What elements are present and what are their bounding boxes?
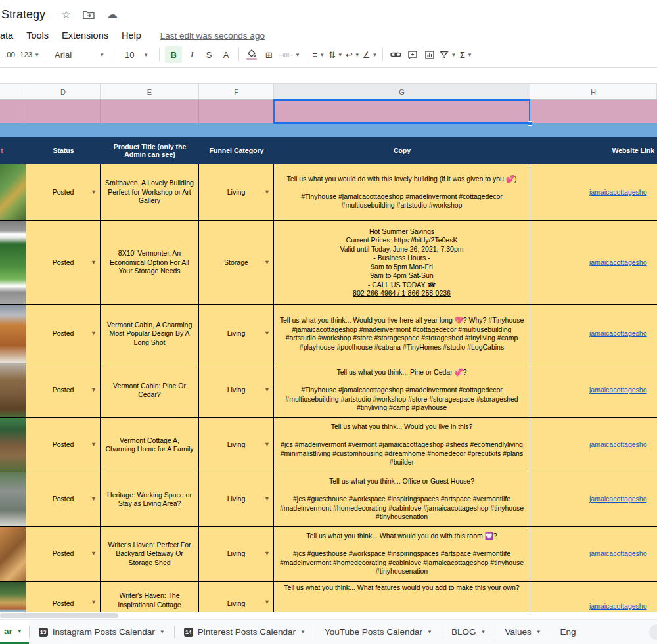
dropdown-arrow-icon[interactable]: ▼ <box>264 440 270 449</box>
pink-cell[interactable] <box>101 100 199 123</box>
website-link-cell[interactable]: jamaicacottagesho <box>530 418 657 472</box>
status-cell[interactable]: Posted▼ <box>26 164 101 220</box>
filter-button[interactable]: ▼ <box>440 46 456 63</box>
website-link[interactable]: jamaicacottagesho <box>589 329 647 338</box>
pink-cell[interactable] <box>26 100 101 123</box>
tab-menu-arrow-icon[interactable]: ▼ <box>427 629 432 635</box>
status-cell[interactable]: Posted▼ <box>26 305 101 363</box>
column-header-g-selected[interactable]: G <box>274 84 530 99</box>
tab-menu-arrow-icon[interactable]: ▼ <box>536 629 541 635</box>
header-funnel-category[interactable]: Funnel Category <box>199 137 274 164</box>
copy-cell[interactable]: Hot Summer Savings Current Prices: https… <box>274 221 530 304</box>
header-copy[interactable]: Copy <box>274 137 530 164</box>
website-link-cell[interactable]: jamaicacottagesho <box>530 472 657 526</box>
status-cell[interactable]: Posted▼ <box>26 527 101 581</box>
strikethrough-button[interactable]: S <box>202 46 216 63</box>
last-edit-link[interactable]: Last edit was seconds ago <box>160 31 265 41</box>
website-link[interactable]: jamaicacottagesho <box>589 549 647 559</box>
dropdown-arrow-icon[interactable]: ▼ <box>264 258 270 267</box>
document-title[interactable]: Strategy <box>1 8 45 22</box>
column-header-c-sliver[interactable] <box>0 84 26 99</box>
product-title-cell[interactable]: Smithaven, A Lovely Building Perfect for… <box>101 164 199 220</box>
status-cell[interactable]: Posted▼ <box>26 472 101 526</box>
website-link-cell[interactable]: jamaicacottagesho <box>530 582 657 612</box>
tab-menu-arrow-icon[interactable]: ▼ <box>160 629 165 635</box>
tab-scroll-button[interactable] <box>649 624 657 640</box>
dropdown-arrow-icon[interactable]: ▼ <box>91 549 97 559</box>
copy-cell[interactable]: Tell us what you think... What features … <box>274 582 530 612</box>
vertical-align-button[interactable]: ⇅▼ <box>328 46 343 63</box>
copy-cell[interactable]: Tell us what you think... Would you live… <box>274 305 530 363</box>
dropdown-arrow-icon[interactable]: ▼ <box>91 329 97 338</box>
copy-cell[interactable]: Tell us what you think... Pine or Cedar … <box>274 363 530 417</box>
pink-cell[interactable] <box>199 100 274 123</box>
copy-cell[interactable]: Tell us what you would do with this love… <box>274 164 530 220</box>
category-cell[interactable]: Living▼ <box>199 305 274 363</box>
text-color-button[interactable]: A <box>219 46 233 63</box>
move-to-folder-icon[interactable] <box>83 10 95 19</box>
tab-menu-arrow-icon[interactable]: ▼ <box>480 629 486 635</box>
dropdown-arrow-icon[interactable]: ▼ <box>91 598 97 607</box>
insert-comment-button[interactable] <box>405 46 420 63</box>
product-title-cell[interactable]: Vermont Cabin: Pine Or Cedar? <box>101 363 199 417</box>
dropdown-arrow-icon[interactable]: ▼ <box>91 386 97 395</box>
cloud-status-icon[interactable]: ☁✓ <box>106 8 118 22</box>
sheet-tab-youtube[interactable]: YouTube Posts Calendar ▼ <box>315 620 442 644</box>
menu-item-help[interactable]: Help <box>118 30 145 41</box>
row-photo-cell[interactable] <box>0 527 26 581</box>
sheet-tab-values[interactable]: Values ▼ <box>495 620 550 644</box>
insert-link-button[interactable] <box>388 46 403 63</box>
website-link[interactable]: jamaicacottagesho <box>589 188 647 197</box>
column-header-h[interactable]: H <box>530 84 657 99</box>
borders-button[interactable]: ⊞ <box>261 46 276 63</box>
category-cell[interactable]: Living▼ <box>199 472 274 526</box>
copy-cell[interactable]: Tell us what you think... Office or Gues… <box>274 472 530 526</box>
menu-item-tools[interactable]: Tools <box>23 30 52 41</box>
website-link[interactable]: jamaicacottagesho <box>589 386 647 395</box>
product-title-cell[interactable]: Writer's Haven: Perfect For Backyard Get… <box>101 527 199 581</box>
row-photo-cell[interactable] <box>0 363 26 417</box>
row-photo-cell[interactable] <box>0 582 26 612</box>
insert-chart-button[interactable] <box>422 46 437 63</box>
status-cell[interactable]: Posted▼ <box>26 363 101 417</box>
product-title-cell[interactable]: Heritage: Working Space or Stay as Livin… <box>101 472 199 526</box>
functions-button[interactable]: Σ▼ <box>459 46 473 63</box>
dropdown-arrow-icon[interactable]: ▼ <box>91 258 97 267</box>
pink-cell[interactable] <box>530 100 657 123</box>
fill-color-button[interactable] <box>244 46 259 63</box>
dropdown-arrow-icon[interactable]: ▼ <box>91 440 97 449</box>
blue-band-row[interactable] <box>0 123 657 137</box>
category-cell[interactable]: Storage▼ <box>199 221 274 304</box>
italic-button[interactable]: I <box>185 46 199 63</box>
sheet-tab-instagram[interactable]: 13 Instagram Posts Calendar ▼ <box>30 620 174 644</box>
text-rotation-button[interactable]: ∠▼ <box>363 46 378 63</box>
dropdown-arrow-icon[interactable]: ▼ <box>264 549 270 559</box>
category-cell[interactable]: Living▼ <box>199 363 274 417</box>
status-cell[interactable]: Posted▼ <box>26 418 101 472</box>
header-status[interactable]: Status <box>26 137 101 164</box>
product-title-cell[interactable]: Vermont Cabin, A Charming Most Popular D… <box>101 305 199 363</box>
category-cell[interactable]: Living▼ <box>199 527 274 581</box>
column-header-d[interactable]: D <box>26 84 101 99</box>
website-link-cell[interactable]: jamaicacottagesho <box>530 221 657 304</box>
menu-item-data[interactable]: ata <box>0 30 16 41</box>
column-header-e[interactable]: E <box>101 84 199 99</box>
dropdown-arrow-icon[interactable]: ▼ <box>91 495 97 504</box>
sheet-tab-blog[interactable]: BLOG ▼ <box>442 620 495 644</box>
star-icon[interactable]: ☆ <box>61 8 71 22</box>
dropdown-arrow-icon[interactable]: ▼ <box>264 598 270 607</box>
status-cell[interactable]: Posted▼ <box>26 221 101 304</box>
sheet-tab-clipped[interactable]: Eng <box>551 620 585 644</box>
product-title-cell[interactable]: Vermont Cottage A, Charming Home for A F… <box>101 418 199 472</box>
row-photo-cell[interactable] <box>0 305 26 363</box>
website-link-cell[interactable]: jamaicacottagesho <box>530 363 657 417</box>
header-website-link[interactable]: Website Link <box>530 137 657 164</box>
category-cell[interactable]: Living▼ <box>199 164 274 220</box>
pink-cell[interactable] <box>0 100 26 123</box>
website-link-cell[interactable]: jamaicacottagesho <box>530 164 657 220</box>
category-cell[interactable]: Living▼ <box>199 582 274 612</box>
website-link-cell[interactable]: jamaicacottagesho <box>530 527 657 581</box>
menu-item-extensions[interactable]: Extensions <box>58 30 112 41</box>
number-format-button[interactable]: 123▼ <box>20 46 39 63</box>
column-header-f[interactable]: F <box>199 84 274 99</box>
